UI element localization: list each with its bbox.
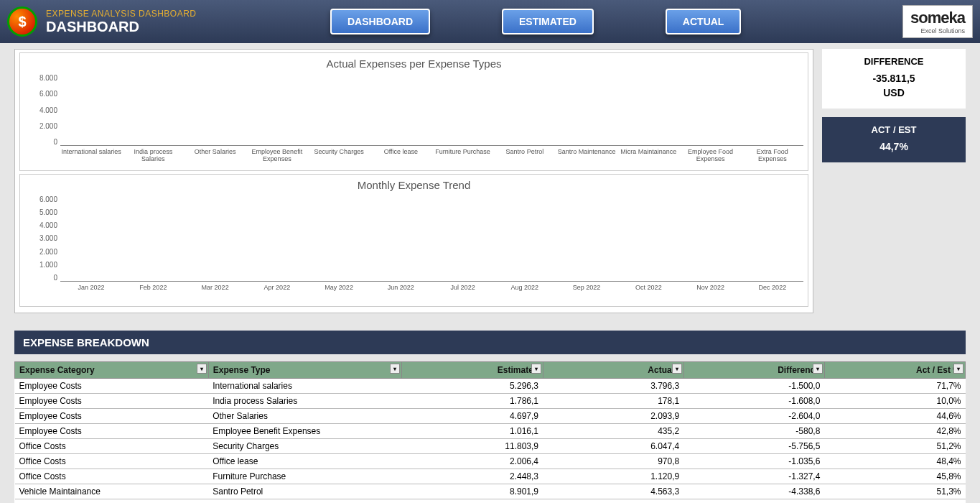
x-label: Aug 2022 [494, 283, 556, 303]
chart2-title: Monthly Expense Trend [24, 179, 803, 191]
nav-estimated-button[interactable]: ESTIMATED [502, 9, 594, 34]
cell-diff: -1.327,4 [683, 469, 824, 484]
difference-card: DIFFERENCE -35.811,5 USD [822, 49, 966, 109]
cell-pct: 51,3% [824, 484, 965, 499]
cell-pct: 45,8% [824, 469, 965, 484]
cell-act: 178,1 [543, 394, 683, 409]
nav-actual-button[interactable]: ACTUAL [666, 9, 742, 34]
col-actuals[interactable]: Actuals▾ [543, 362, 683, 379]
table-row: Office CostsOffice lease2.006,4970,8-1.0… [15, 454, 966, 469]
cell-cat: Office Costs [15, 469, 209, 484]
cell-pct: 50,9% [824, 499, 965, 504]
main-row: Actual Expenses per Expense Types 8.0006… [0, 43, 980, 316]
app-subtitle: EXPENSE ANALYSIS DASHBOARD [46, 9, 197, 19]
x-label: Office lease [370, 147, 431, 167]
cell-cat: Vehicle Maintainance [15, 484, 209, 499]
nav-buttons: DASHBOARD ESTIMATED ACTUAL [330, 9, 741, 34]
nav-dashboard-button[interactable]: DASHBOARD [330, 9, 430, 34]
col-type-label: Expense Type [213, 365, 271, 375]
filter-icon[interactable]: ▾ [197, 364, 207, 374]
x-label: Nov 2022 [680, 283, 742, 303]
filter-icon[interactable]: ▾ [813, 364, 823, 374]
filter-icon[interactable]: ▾ [531, 364, 541, 374]
side-column: DIFFERENCE -35.811,5 USD ACT / EST 44,7% [822, 49, 966, 313]
cell-pct: 48,4% [824, 454, 965, 469]
table-row: Office CostsFurniture Purchase2.448,31.1… [15, 469, 966, 484]
difference-value: -35.811,5 [825, 73, 963, 84]
cell-type: India process Salaries [208, 394, 402, 409]
cell-est: 9.951,8 [402, 499, 543, 504]
col-pct[interactable]: Act / Est %▾ [824, 362, 965, 379]
cell-pct: 51,2% [824, 439, 965, 454]
x-label: Employee Benefit Expenses [246, 147, 308, 167]
cell-act: 6.047,4 [543, 439, 683, 454]
table-row: Vehicle MaintainanceSantro Maintenance9.… [15, 499, 966, 504]
col-estimates[interactable]: Estimates▾ [402, 362, 543, 379]
cell-est: 5.296,3 [402, 379, 543, 394]
cell-cat: Employee Costs [15, 394, 209, 409]
difference-unit: USD [825, 87, 963, 98]
col-difference[interactable]: Difference▾ [683, 362, 824, 379]
cell-diff: -1.500,0 [683, 379, 824, 394]
cell-pct: 44,6% [824, 409, 965, 424]
page-title: DASHBOARD [46, 19, 197, 35]
filter-icon[interactable]: ▾ [672, 364, 682, 374]
x-label: Dec 2022 [742, 283, 803, 303]
cell-pct: 71,7% [824, 379, 965, 394]
x-label: Security Charges [308, 147, 370, 167]
x-label: Jan 2022 [60, 283, 122, 303]
cell-act: 1.120,9 [543, 469, 683, 484]
col-type[interactable]: Expense Type▾ [208, 362, 402, 379]
section-breakdown-title: EXPENSE BREAKDOWN [14, 331, 966, 354]
cell-type: Furniture Purchase [208, 469, 402, 484]
table-row: Office CostsSecurity Charges11.803,96.04… [15, 439, 966, 454]
x-label: Jun 2022 [370, 283, 431, 303]
cell-est: 11.803,9 [402, 439, 543, 454]
cell-cat: Office Costs [15, 439, 209, 454]
difference-label: DIFFERENCE [825, 56, 963, 67]
x-label: Santro Maintenance [556, 147, 617, 167]
x-label: Jul 2022 [432, 283, 494, 303]
cell-diff: -2.604,0 [683, 409, 824, 424]
x-label: India process Salaries [122, 147, 184, 167]
cell-diff: -4.886,8 [683, 499, 824, 504]
cell-type: Security Charges [208, 439, 402, 454]
cell-pct: 42,8% [824, 424, 965, 439]
brand-badge: someka Excel Solutions [902, 5, 973, 38]
filter-icon[interactable]: ▾ [390, 364, 400, 374]
cell-est: 2.006,4 [402, 454, 543, 469]
table-row: Vehicle MaintainanceSantro Petrol8.901,9… [15, 484, 966, 499]
table-row: Employee CostsEmployee Benefit Expenses1… [15, 424, 966, 439]
ratio-label: ACT / EST [825, 124, 963, 135]
cell-act: 4.563,3 [543, 484, 683, 499]
chart1-xlabels: International salariesIndia process Sala… [60, 147, 803, 167]
x-label: Apr 2022 [246, 283, 308, 303]
cell-act: 970,8 [543, 454, 683, 469]
cell-cat: Office Costs [15, 454, 209, 469]
chart-monthly-trend: Monthly Expense Trend 6.0005.0004.0003.0… [19, 174, 808, 307]
x-label: Santro Petrol [494, 147, 556, 167]
cell-type: Office lease [208, 454, 402, 469]
cell-est: 4.697,9 [402, 409, 543, 424]
x-label: Extra Food Expenses [742, 147, 803, 167]
x-label: International salaries [60, 147, 122, 167]
app-header: $ EXPENSE ANALYSIS DASHBOARD DASHBOARD D… [0, 0, 980, 43]
cell-type: Employee Benefit Expenses [208, 424, 402, 439]
cell-type: Other Salaries [208, 409, 402, 424]
breakdown-table: Expense Category▾ Expense Type▾ Estimate… [14, 361, 966, 503]
chart1-bars [60, 74, 803, 146]
table-row: Employee CostsInternational salaries5.29… [15, 379, 966, 394]
cell-diff: -580,8 [683, 424, 824, 439]
cell-diff: -1.035,6 [683, 454, 824, 469]
cell-diff: -1.608,0 [683, 394, 824, 409]
col-category-label: Expense Category [19, 365, 95, 375]
cell-type: Santro Petrol [208, 484, 402, 499]
chart1-yaxis: 8.0006.0004.0002.0000 [24, 74, 60, 167]
brand-name: someka [910, 9, 965, 27]
brand-sub: Excel Solutions [920, 27, 965, 34]
filter-icon[interactable]: ▾ [953, 364, 963, 374]
cell-act: 2.093,9 [543, 409, 683, 424]
title-block: EXPENSE ANALYSIS DASHBOARD DASHBOARD [46, 9, 197, 35]
table-body: Employee CostsInternational salaries5.29… [15, 379, 966, 504]
col-category[interactable]: Expense Category▾ [15, 362, 209, 379]
